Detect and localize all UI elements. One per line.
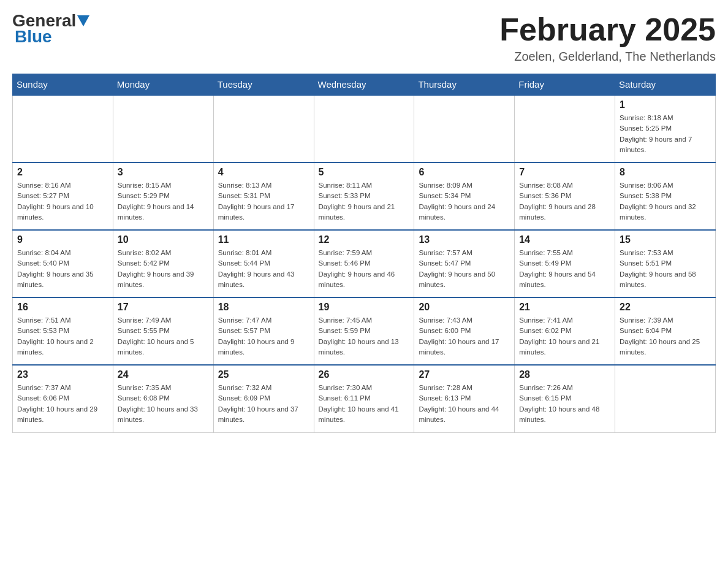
day-info: Sunrise: 7:43 AMSunset: 6:00 PMDaylight:…: [419, 315, 510, 358]
day-info: Sunrise: 7:49 AMSunset: 5:55 PMDaylight:…: [118, 315, 209, 358]
calendar-cell: [314, 95, 414, 163]
day-number: 10: [118, 234, 209, 245]
calendar-cell: 5Sunrise: 8:11 AMSunset: 5:33 PMDaylight…: [314, 163, 414, 230]
day-info: Sunrise: 7:51 AMSunset: 5:53 PMDaylight:…: [17, 315, 108, 358]
day-number: 4: [218, 167, 309, 178]
day-info: Sunrise: 8:11 AMSunset: 5:33 PMDaylight:…: [319, 180, 410, 223]
day-number: 14: [519, 234, 610, 245]
day-number: 3: [118, 167, 209, 178]
day-info: Sunrise: 7:39 AMSunset: 6:04 PMDaylight:…: [620, 315, 711, 358]
calendar-cell: 25Sunrise: 7:32 AMSunset: 6:09 PMDayligh…: [213, 365, 314, 432]
calendar-cell: 19Sunrise: 7:45 AMSunset: 5:59 PMDayligh…: [314, 297, 414, 365]
day-number: 15: [620, 234, 711, 245]
weekday-header-wednesday: Wednesday: [314, 74, 414, 96]
day-number: 6: [419, 167, 510, 178]
calendar-table: SundayMondayTuesdayWednesdayThursdayFrid…: [12, 74, 716, 433]
day-info: Sunrise: 8:04 AMSunset: 5:40 PMDaylight:…: [17, 248, 108, 290]
day-number: 19: [319, 302, 410, 313]
calendar-cell: 21Sunrise: 7:41 AMSunset: 6:02 PMDayligh…: [515, 297, 615, 365]
day-info: Sunrise: 7:55 AMSunset: 5:49 PMDaylight:…: [519, 248, 610, 290]
page-header: General Blue February 2025 Zoelen, Gelde…: [12, 12, 716, 64]
week-row-1: 1Sunrise: 8:18 AMSunset: 5:25 PMDaylight…: [13, 95, 716, 163]
day-number: 28: [519, 369, 610, 380]
day-number: 24: [118, 369, 209, 380]
calendar-cell: 4Sunrise: 8:13 AMSunset: 5:31 PMDaylight…: [213, 163, 314, 230]
day-info: Sunrise: 7:32 AMSunset: 6:09 PMDaylight:…: [218, 383, 309, 425]
calendar-cell: 28Sunrise: 7:26 AMSunset: 6:15 PMDayligh…: [515, 365, 615, 432]
day-number: 18: [218, 302, 309, 313]
weekday-header-tuesday: Tuesday: [213, 74, 314, 96]
day-info: Sunrise: 8:06 AMSunset: 5:38 PMDaylight:…: [620, 180, 711, 223]
week-row-5: 23Sunrise: 7:37 AMSunset: 6:06 PMDayligh…: [13, 365, 716, 432]
calendar-cell: 18Sunrise: 7:47 AMSunset: 5:57 PMDayligh…: [213, 297, 314, 365]
calendar-cell: 26Sunrise: 7:30 AMSunset: 6:11 PMDayligh…: [314, 365, 414, 432]
calendar-cell: 13Sunrise: 7:57 AMSunset: 5:47 PMDayligh…: [414, 230, 515, 297]
day-info: Sunrise: 7:26 AMSunset: 6:15 PMDaylight:…: [519, 383, 610, 425]
weekday-header-row: SundayMondayTuesdayWednesdayThursdayFrid…: [13, 74, 716, 96]
day-info: Sunrise: 8:02 AMSunset: 5:42 PMDaylight:…: [118, 248, 209, 290]
day-number: 16: [17, 302, 108, 313]
calendar-cell: 23Sunrise: 7:37 AMSunset: 6:06 PMDayligh…: [13, 365, 113, 432]
calendar-cell: 15Sunrise: 7:53 AMSunset: 5:51 PMDayligh…: [615, 230, 716, 297]
day-number: 7: [519, 167, 610, 178]
calendar-cell: 10Sunrise: 8:02 AMSunset: 5:42 PMDayligh…: [113, 230, 213, 297]
calendar-cell: 16Sunrise: 7:51 AMSunset: 5:53 PMDayligh…: [13, 297, 113, 365]
day-number: 21: [519, 302, 610, 313]
location: Zoelen, Gelderland, The Netherlands: [499, 50, 716, 64]
day-info: Sunrise: 7:35 AMSunset: 6:08 PMDaylight:…: [118, 383, 209, 425]
weekday-header-friday: Friday: [515, 74, 615, 96]
day-number: 26: [319, 369, 410, 380]
calendar-cell: 2Sunrise: 8:16 AMSunset: 5:27 PMDaylight…: [13, 163, 113, 230]
calendar-cell: 12Sunrise: 7:59 AMSunset: 5:46 PMDayligh…: [314, 230, 414, 297]
calendar-cell: 8Sunrise: 8:06 AMSunset: 5:38 PMDaylight…: [615, 163, 716, 230]
calendar-cell: 6Sunrise: 8:09 AMSunset: 5:34 PMDaylight…: [414, 163, 515, 230]
day-number: 27: [419, 369, 510, 380]
week-row-4: 16Sunrise: 7:51 AMSunset: 5:53 PMDayligh…: [13, 297, 716, 365]
day-info: Sunrise: 7:59 AMSunset: 5:46 PMDaylight:…: [319, 248, 410, 290]
day-info: Sunrise: 7:45 AMSunset: 5:59 PMDaylight:…: [319, 315, 410, 358]
day-info: Sunrise: 7:41 AMSunset: 6:02 PMDaylight:…: [519, 315, 610, 358]
day-number: 13: [419, 234, 510, 245]
calendar-cell: [113, 95, 213, 163]
weekday-header-saturday: Saturday: [615, 74, 716, 96]
day-number: 1: [620, 99, 711, 110]
calendar-cell: [615, 365, 716, 432]
day-info: Sunrise: 8:15 AMSunset: 5:29 PMDaylight:…: [118, 180, 209, 223]
day-info: Sunrise: 7:37 AMSunset: 6:06 PMDaylight:…: [17, 383, 108, 425]
calendar-cell: 24Sunrise: 7:35 AMSunset: 6:08 PMDayligh…: [113, 365, 213, 432]
calendar-cell: [13, 95, 113, 163]
day-number: 25: [218, 369, 309, 380]
weekday-header-thursday: Thursday: [414, 74, 515, 96]
day-number: 9: [17, 234, 108, 245]
day-number: 8: [620, 167, 711, 178]
day-number: 2: [17, 167, 108, 178]
day-info: Sunrise: 7:53 AMSunset: 5:51 PMDaylight:…: [620, 248, 711, 290]
week-row-3: 9Sunrise: 8:04 AMSunset: 5:40 PMDaylight…: [13, 230, 716, 297]
day-info: Sunrise: 8:13 AMSunset: 5:31 PMDaylight:…: [218, 180, 309, 223]
logo: General Blue: [12, 12, 89, 45]
title-block: February 2025 Zoelen, Gelderland, The Ne…: [499, 12, 716, 64]
calendar-cell: 9Sunrise: 8:04 AMSunset: 5:40 PMDaylight…: [13, 230, 113, 297]
calendar-cell: 14Sunrise: 7:55 AMSunset: 5:49 PMDayligh…: [515, 230, 615, 297]
day-info: Sunrise: 8:18 AMSunset: 5:25 PMDaylight:…: [620, 113, 711, 155]
calendar-cell: 22Sunrise: 7:39 AMSunset: 6:04 PMDayligh…: [615, 297, 716, 365]
calendar-cell: 11Sunrise: 8:01 AMSunset: 5:44 PMDayligh…: [213, 230, 314, 297]
day-info: Sunrise: 8:08 AMSunset: 5:36 PMDaylight:…: [519, 180, 610, 223]
calendar-cell: 27Sunrise: 7:28 AMSunset: 6:13 PMDayligh…: [414, 365, 515, 432]
day-number: 20: [419, 302, 510, 313]
weekday-header-sunday: Sunday: [13, 74, 113, 96]
day-number: 11: [218, 234, 309, 245]
calendar-cell: 20Sunrise: 7:43 AMSunset: 6:00 PMDayligh…: [414, 297, 515, 365]
day-number: 23: [17, 369, 108, 380]
logo-blue: Blue: [12, 28, 52, 45]
calendar-cell: 1Sunrise: 8:18 AMSunset: 5:25 PMDaylight…: [615, 95, 716, 163]
calendar-cell: [515, 95, 615, 163]
calendar-cell: 3Sunrise: 8:15 AMSunset: 5:29 PMDaylight…: [113, 163, 213, 230]
day-number: 22: [620, 302, 711, 313]
calendar-cell: 7Sunrise: 8:08 AMSunset: 5:36 PMDaylight…: [515, 163, 615, 230]
calendar-cell: [213, 95, 314, 163]
day-number: 17: [118, 302, 209, 313]
month-title: February 2025: [499, 12, 716, 47]
weekday-header-monday: Monday: [113, 74, 213, 96]
day-info: Sunrise: 7:28 AMSunset: 6:13 PMDaylight:…: [419, 383, 510, 425]
